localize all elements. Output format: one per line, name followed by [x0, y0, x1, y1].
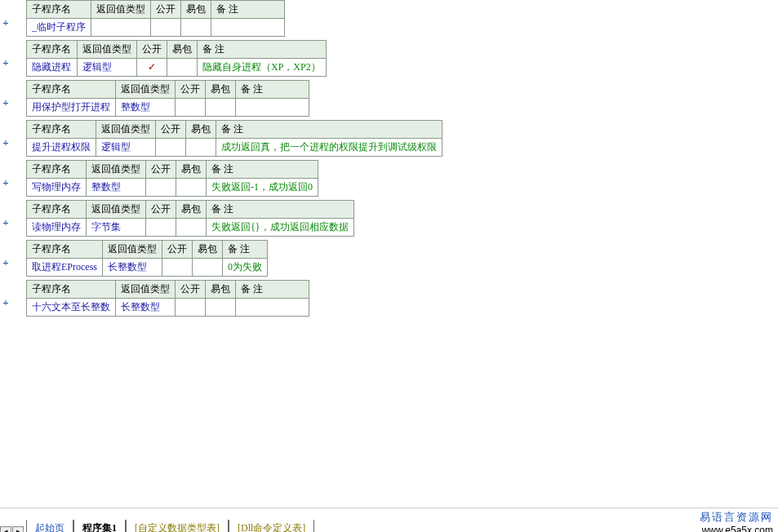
table-row[interactable]: 隐藏进程逻辑型✓隐藏自身进程（XP，XP2） — [27, 59, 327, 77]
name-cell[interactable]: 写物理内存 — [27, 179, 87, 197]
subroutine-block: +子程序名返回值类型公开易包备 注隐藏进程逻辑型✓隐藏自身进程（XP，XP2） — [0, 40, 778, 77]
column-header: 易包 — [176, 201, 207, 219]
subroutine-list: +子程序名返回值类型公开易包备 注_临时子程序+子程序名返回值类型公开易包备 注… — [0, 0, 778, 508]
public-cell[interactable] — [146, 179, 176, 197]
column-header: 公开 — [137, 41, 167, 59]
tab-prev-button[interactable]: ◂ — [0, 526, 11, 532]
easy-pkg-cell[interactable] — [167, 59, 198, 77]
remark-cell[interactable]: 失败返回{}，成功返回相应数据 — [207, 219, 354, 237]
easy-pkg-cell[interactable] — [193, 259, 223, 277]
public-cell[interactable]: ✓ — [137, 59, 167, 77]
subroutine-block: +子程序名返回值类型公开易包备 注写物理内存整数型失败返回-1，成功返回0 — [0, 160, 778, 197]
column-header: 备 注 — [216, 121, 442, 139]
column-header: 子程序名 — [27, 241, 103, 259]
remark-cell[interactable] — [236, 299, 309, 317]
public-cell[interactable] — [156, 139, 186, 157]
return-type-cell[interactable]: 长整数型 — [116, 299, 176, 317]
column-header: 公开 — [176, 81, 206, 99]
expand-icon[interactable]: + — [0, 120, 11, 149]
return-type-cell[interactable]: 字节集 — [87, 219, 146, 237]
column-header: 易包 — [186, 121, 216, 139]
easy-pkg-cell[interactable] — [186, 139, 216, 157]
public-cell[interactable] — [162, 259, 193, 277]
expand-icon[interactable]: + — [0, 40, 11, 69]
column-header: 备 注 — [236, 81, 309, 99]
table-row[interactable]: 取进程EProcess长整数型0为失败 — [27, 259, 268, 277]
subroutine-block: +子程序名返回值类型公开易包备 注取进程EProcess长整数型0为失败 — [0, 240, 778, 277]
brand-url: www.e5a5x.com — [700, 525, 773, 532]
column-header: 返回值类型 — [87, 201, 146, 219]
public-cell[interactable] — [146, 219, 176, 237]
table-row[interactable]: _临时子程序 — [27, 19, 285, 37]
expand-icon[interactable]: + — [0, 240, 11, 269]
tab-nav-group: ◂ ▸ 起始页 程序集1 [自定义数据类型表] [Dll命令定义表] — [0, 520, 314, 532]
remark-cell[interactable] — [211, 19, 285, 37]
column-header: 返回值类型 — [103, 241, 162, 259]
subroutine-block: +子程序名返回值类型公开易包备 注读物理内存字节集失败返回{}，成功返回相应数据 — [0, 200, 778, 237]
column-header: 易包 — [206, 281, 236, 299]
tab-next-button[interactable]: ▸ — [12, 526, 24, 532]
easy-pkg-cell[interactable] — [206, 299, 236, 317]
column-header: 易包 — [167, 41, 198, 59]
remark-cell[interactable]: 失败返回-1，成功返回0 — [207, 179, 318, 197]
public-cell[interactable] — [176, 299, 206, 317]
remark-cell[interactable]: 成功返回真，把一个进程的权限提升到调试级权限 — [216, 139, 442, 157]
expand-icon[interactable]: + — [0, 200, 11, 229]
column-header: 子程序名 — [27, 161, 87, 179]
return-type-cell[interactable]: 长整数型 — [103, 259, 162, 277]
column-header: 返回值类型 — [116, 281, 176, 299]
brand-title: 易语言资源网 — [700, 510, 773, 525]
column-header: 易包 — [206, 81, 236, 99]
remark-cell[interactable]: 隐藏自身进程（XP，XP2） — [198, 59, 327, 77]
column-header: 备 注 — [198, 41, 327, 59]
return-type-cell[interactable]: 逻辑型 — [78, 59, 137, 77]
easy-pkg-cell[interactable] — [206, 99, 236, 117]
return-type-cell[interactable]: 整数型 — [87, 179, 146, 197]
return-type-cell[interactable] — [91, 19, 151, 37]
column-header: 公开 — [151, 1, 181, 19]
expand-icon[interactable]: + — [0, 160, 11, 189]
name-cell[interactable]: 读物理内存 — [27, 219, 87, 237]
subroutine-table: 子程序名返回值类型公开易包备 注读物理内存字节集失败返回{}，成功返回相应数据 — [26, 200, 354, 237]
remark-cell[interactable]: 0为失败 — [223, 259, 268, 277]
branding: 易语言资源网 www.e5a5x.com — [700, 510, 778, 532]
subroutine-table: 子程序名返回值类型公开易包备 注_临时子程序 — [26, 0, 285, 37]
name-cell[interactable]: 隐藏进程 — [27, 59, 78, 77]
easy-pkg-cell[interactable] — [176, 179, 207, 197]
column-header: 备 注 — [207, 201, 354, 219]
expand-icon[interactable]: + — [0, 0, 11, 29]
return-type-cell[interactable]: 整数型 — [116, 99, 176, 117]
table-row[interactable]: 提升进程权限逻辑型成功返回真，把一个进程的权限提升到调试级权限 — [27, 139, 442, 157]
tab-program-set[interactable]: 程序集1 — [73, 520, 126, 532]
public-cell[interactable] — [151, 19, 181, 37]
name-cell[interactable]: _临时子程序 — [27, 19, 91, 37]
column-header: 公开 — [146, 201, 176, 219]
name-cell[interactable]: 取进程EProcess — [27, 259, 103, 277]
column-header: 备 注 — [223, 241, 268, 259]
subroutine-table: 子程序名返回值类型公开易包备 注写物理内存整数型失败返回-1，成功返回0 — [26, 160, 318, 197]
name-cell[interactable]: 十六文本至长整数 — [27, 299, 116, 317]
column-header: 易包 — [193, 241, 223, 259]
easy-pkg-cell[interactable] — [181, 19, 211, 37]
public-cell[interactable] — [176, 99, 206, 117]
column-header: 易包 — [181, 1, 211, 19]
column-header: 返回值类型 — [116, 81, 176, 99]
tab-start[interactable]: 起始页 — [26, 520, 73, 532]
subroutine-table: 子程序名返回值类型公开易包备 注取进程EProcess长整数型0为失败 — [26, 240, 268, 277]
easy-pkg-cell[interactable] — [176, 219, 207, 237]
remark-cell[interactable] — [236, 99, 309, 117]
table-row[interactable]: 写物理内存整数型失败返回-1，成功返回0 — [27, 179, 318, 197]
column-header: 公开 — [146, 161, 176, 179]
tab-dll-cmd[interactable]: [Dll命令定义表] — [229, 520, 314, 532]
tab-custom-type[interactable]: [自定义数据类型表] — [126, 520, 229, 532]
name-cell[interactable]: 提升进程权限 — [27, 139, 96, 157]
name-cell[interactable]: 用保护型打开进程 — [27, 99, 116, 117]
table-row[interactable]: 十六文本至长整数长整数型 — [27, 299, 309, 317]
expand-icon[interactable]: + — [0, 80, 11, 109]
column-header: 公开 — [176, 281, 206, 299]
table-row[interactable]: 读物理内存字节集失败返回{}，成功返回相应数据 — [27, 219, 354, 237]
return-type-cell[interactable]: 逻辑型 — [96, 139, 156, 157]
expand-icon[interactable]: + — [0, 280, 11, 309]
column-header: 子程序名 — [27, 121, 96, 139]
table-row[interactable]: 用保护型打开进程整数型 — [27, 99, 309, 117]
